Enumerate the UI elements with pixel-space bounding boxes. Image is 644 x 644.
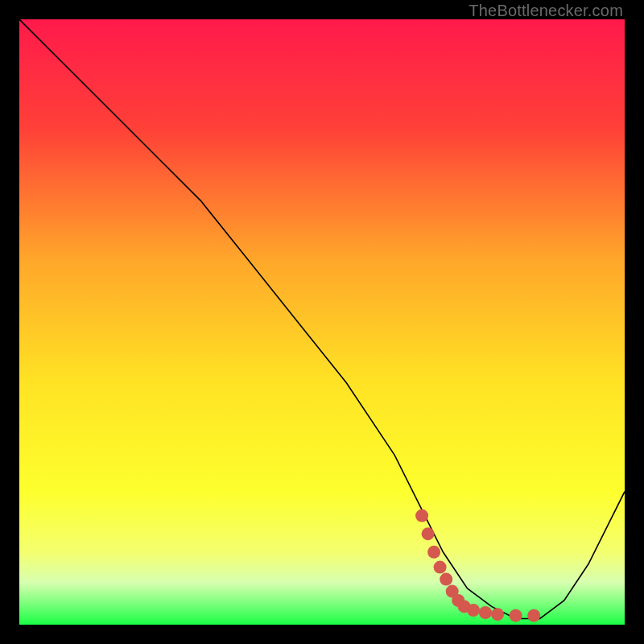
optimal-marker [510, 609, 522, 622]
optimal-marker [527, 609, 540, 622]
watermark-text: TheBottlenecker.com [469, 2, 623, 20]
optimal-marker [427, 546, 440, 559]
optimal-marker [479, 606, 492, 619]
chart-frame [19, 19, 625, 625]
optimal-marker [467, 604, 480, 617]
optimal-marker [491, 608, 504, 621]
optimal-marker [440, 573, 452, 586]
optimal-marker [434, 561, 447, 574]
optimal-marker [415, 510, 428, 522]
optimal-marker [422, 527, 435, 540]
bottleneck-chart [19, 19, 625, 625]
